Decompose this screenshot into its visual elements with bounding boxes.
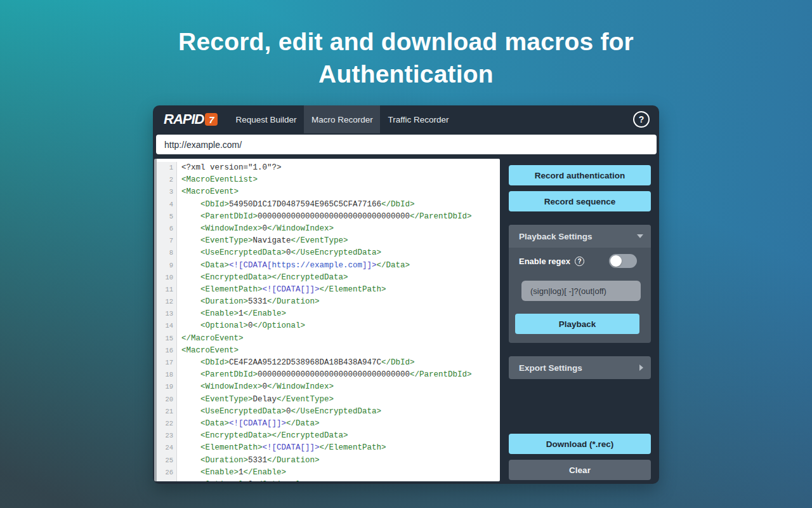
line-content: <Enable>1</Enable> [177, 308, 286, 320]
line-number: 23 [157, 430, 177, 442]
line-number: 3 [157, 186, 177, 198]
line-number: 5 [157, 211, 177, 223]
code-line-10: 10 <EncryptedData></EncryptedData> [157, 272, 500, 284]
code-line-23: 23 <EncryptedData></EncryptedData> [157, 430, 500, 442]
line-number: 6 [157, 223, 177, 235]
enable-regex-toggle[interactable] [609, 254, 637, 268]
line-content: <MacroEventList> [177, 174, 258, 186]
code-line-24: 24 <ElementPath><![CDATA[]]></ElementPat… [157, 442, 500, 454]
line-number: 24 [157, 442, 177, 454]
clear-button[interactable]: Clear [509, 460, 651, 480]
line-number: 26 [157, 467, 177, 479]
line-content: <Data><![CDATA[https://example.com]]></D… [177, 260, 410, 272]
line-content: <MacroEvent> [177, 186, 239, 198]
line-number: 27 [157, 479, 177, 481]
download-rec-button[interactable]: Download (*.rec) [509, 434, 651, 454]
tab-traffic-recorder[interactable]: Traffic Recorder [380, 105, 456, 133]
line-number: 13 [157, 308, 177, 320]
line-number: 4 [157, 199, 177, 211]
line-number: 7 [157, 235, 177, 247]
code-line-14: 14 <Optional>0</Optional> [157, 320, 500, 332]
toggle-knob [610, 255, 622, 267]
playback-settings-header[interactable]: Playback Settings [509, 225, 651, 248]
line-content: <Enable>1</Enable> [177, 467, 286, 479]
line-content: <?xml version="1.0"?> [177, 162, 282, 174]
playback-settings-panel: Playback Settings Enable regex ? Playbac… [509, 225, 651, 343]
code-line-15: 15</MacroEvent> [157, 333, 500, 345]
line-content: <WindowIndex>0</WindowIndex> [177, 381, 334, 393]
line-content: <DbId>54950D1C17D0487594E965C5CFA77166</… [177, 199, 415, 211]
line-number: 2 [157, 174, 177, 186]
rapid7-logo: RAPID 7 [164, 105, 218, 133]
chevron-right-icon [639, 364, 643, 371]
line-number: 22 [157, 418, 177, 430]
line-content: <EncryptedData></EncryptedData> [177, 430, 348, 442]
rapid7-logo-text: RAPID [164, 111, 204, 128]
chevron-down-icon [637, 234, 643, 238]
code-line-27: 27 <Optional>0</Optional> [157, 479, 500, 481]
macro-recorder-window: RAPID 7 Request BuilderMacro RecorderTra… [153, 105, 659, 484]
question-help-icon[interactable]: ? [575, 257, 584, 266]
line-content: <DbId>CE4F2AA95122D538968DA18B438A947C</… [177, 357, 415, 369]
code-line-5: 5 <ParentDbId>00000000000000000000000000… [157, 211, 500, 223]
line-content: <Optional>0</Optional> [177, 320, 305, 332]
line-content: <ParentDbId>0000000000000000000000000000… [177, 211, 472, 223]
playback-settings-title: Playback Settings [519, 232, 593, 241]
code-line-18: 18 <ParentDbId>0000000000000000000000000… [157, 369, 500, 381]
line-number: 16 [157, 345, 177, 357]
export-settings-header[interactable]: Export Settings [509, 356, 651, 379]
line-number: 14 [157, 320, 177, 332]
tab-request-builder[interactable]: Request Builder [228, 105, 304, 133]
line-content: <EncryptedData></EncryptedData> [177, 272, 348, 284]
code-line-17: 17 <DbId>CE4F2AA95122D538968DA18B438A947… [157, 357, 500, 369]
code-line-6: 6 <WindowIndex>0</WindowIndex> [157, 223, 500, 235]
line-content: <Data><![CDATA[]]></Data> [177, 418, 320, 430]
line-content: <ElementPath><![CDATA[]]></ElementPath> [177, 284, 386, 296]
code-line-25: 25 <Duration>5331</Duration> [157, 455, 500, 467]
line-number: 25 [157, 455, 177, 467]
tab-bar: Request BuilderMacro RecorderTraffic Rec… [228, 105, 456, 133]
code-line-21: 21 <UseEncryptedData>0</UseEncryptedData… [157, 406, 500, 418]
line-content: <Duration>5331</Duration> [177, 296, 320, 308]
playback-button[interactable]: Playback [515, 314, 639, 334]
code-line-2: 2<MacroEventList> [157, 174, 500, 186]
rapid7-seven-icon: 7 [205, 113, 218, 126]
line-content: <ParentDbId>0000000000000000000000000000… [177, 369, 472, 381]
line-number: 8 [157, 247, 177, 259]
line-content: <Optional>0</Optional> [177, 479, 305, 481]
line-content: <Duration>5331</Duration> [177, 455, 320, 467]
code-line-7: 7 <EventType>Navigate</EventType> [157, 235, 500, 247]
line-number: 1 [157, 162, 177, 174]
record-authentication-button[interactable]: Record authentication [509, 165, 651, 185]
export-settings-title: Export Settings [519, 363, 582, 373]
sidebar: Record authentication Record sequence Pl… [509, 105, 651, 484]
code-line-1: 1<?xml version="1.0"?> [157, 162, 500, 174]
code-editor[interactable]: 1<?xml version="1.0"?>2<MacroEventList>3… [154, 159, 500, 481]
enable-regex-label: Enable regex [519, 257, 570, 266]
code-line-8: 8 <UseEncryptedData>0</UseEncryptedData> [157, 247, 500, 259]
code-line-19: 19 <WindowIndex>0</WindowIndex> [157, 381, 500, 393]
code-line-16: 16<MacroEvent> [157, 345, 500, 357]
code-line-22: 22 <Data><![CDATA[]]></Data> [157, 418, 500, 430]
line-content: <EventType>Delay</EventType> [177, 394, 334, 406]
record-sequence-button[interactable]: Record sequence [509, 191, 651, 211]
code-line-13: 13 <Enable>1</Enable> [157, 308, 500, 320]
line-number: 18 [157, 369, 177, 381]
regex-input[interactable] [521, 281, 641, 301]
line-content: <UseEncryptedData>0</UseEncryptedData> [177, 406, 381, 418]
enable-regex-row: Enable regex ? [519, 254, 637, 268]
tab-macro-recorder[interactable]: Macro Recorder [304, 105, 380, 133]
line-number: 20 [157, 394, 177, 406]
line-number: 10 [157, 272, 177, 284]
line-number: 11 [157, 284, 177, 296]
line-content: <EventType>Navigate</EventType> [177, 235, 348, 247]
line-content: <WindowIndex>0</WindowIndex> [177, 223, 334, 235]
line-number: 19 [157, 381, 177, 393]
line-number: 17 [157, 357, 177, 369]
line-content: </MacroEvent> [177, 333, 244, 345]
code-line-9: 9 <Data><![CDATA[https://example.com]]><… [157, 260, 500, 272]
code-line-20: 20 <EventType>Delay</EventType> [157, 394, 500, 406]
page-title: Record, edit and download macros for Aut… [0, 25, 812, 90]
code-line-4: 4 <DbId>54950D1C17D0487594E965C5CFA77166… [157, 199, 500, 211]
code-line-11: 11 <ElementPath><![CDATA[]]></ElementPat… [157, 284, 500, 296]
